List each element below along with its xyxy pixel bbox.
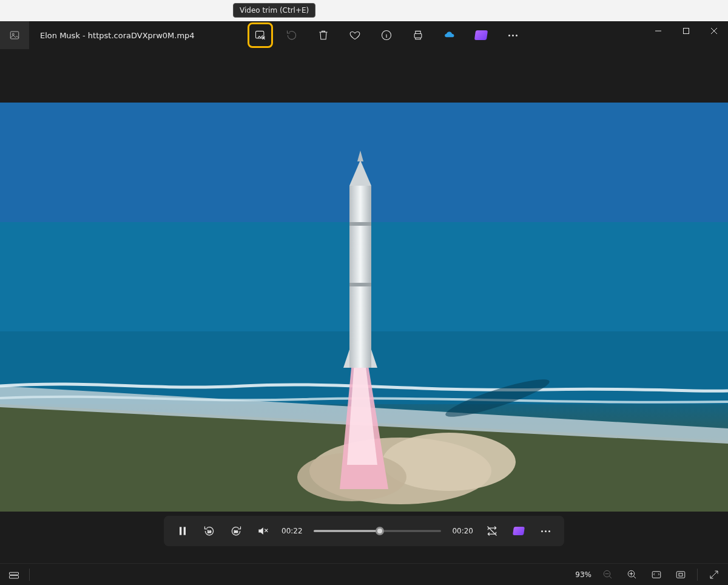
gallery-icon: [9, 30, 20, 41]
svg-rect-26: [184, 527, 186, 535]
onedrive-button[interactable]: [438, 24, 461, 47]
svg-rect-34: [676, 571, 685, 578]
zoom-in-button[interactable]: [624, 567, 640, 583]
media-viewport[interactable]: 10 30 00:22 00:20: [0, 49, 728, 563]
trash-icon: [317, 29, 329, 41]
fit-window-icon: [651, 569, 662, 580]
minimize-icon: [655, 27, 662, 35]
svg-rect-18: [349, 186, 371, 368]
clipchamp-playback-button[interactable]: [511, 523, 527, 539]
play-pause-button[interactable]: [175, 523, 190, 539]
zoom-out-button[interactable]: [600, 567, 616, 583]
fullscreen-icon: [709, 569, 720, 580]
maximize-button[interactable]: [672, 21, 700, 41]
total-time: 00:20: [452, 527, 473, 535]
video-still-svg: [0, 103, 728, 512]
fullscreen-button[interactable]: [706, 567, 722, 583]
actual-size-button[interactable]: [673, 567, 689, 583]
separator: [697, 569, 698, 581]
skip-forward-button[interactable]: 30: [228, 523, 244, 539]
print-button[interactable]: [406, 24, 430, 47]
delete-button[interactable]: [312, 24, 335, 47]
info-icon: [380, 29, 393, 41]
rotate-button[interactable]: [280, 24, 303, 47]
filmstrip-toggle-button[interactable]: [6, 567, 22, 583]
seek-fill: [314, 530, 380, 532]
statusbar: 93%: [0, 563, 728, 585]
playback-bar: 10 30 00:22 00:20: [164, 516, 564, 546]
zoom-in-icon: [627, 569, 638, 580]
clipchamp-icon: [474, 30, 488, 40]
more-button[interactable]: [501, 24, 524, 47]
window-controls: [644, 21, 728, 49]
volume-mute-icon: [257, 525, 269, 537]
maximize-icon: [682, 27, 690, 35]
more-icon: [541, 530, 550, 532]
favorite-button[interactable]: [343, 24, 366, 47]
svg-rect-33: [652, 571, 661, 578]
video-trim-icon: [254, 29, 266, 41]
filmstrip-icon: [8, 569, 19, 580]
gallery-toggle-button[interactable]: [0, 21, 29, 49]
svg-rect-30: [10, 572, 19, 575]
svg-rect-0: [10, 32, 19, 39]
skip-forward-icon: 30: [230, 525, 242, 537]
photos-app-window: Elon Musk - httpst.coraDVXprw0M.mp4: [0, 21, 728, 585]
top-toolbar: [249, 21, 524, 49]
skip-back-button[interactable]: 10: [201, 523, 217, 539]
more-icon: [508, 35, 517, 36]
svg-text:30: 30: [234, 530, 238, 533]
tooltip-video-trim: Video trim (Ctrl+E): [233, 3, 315, 18]
actual-size-icon: [675, 569, 686, 580]
onedrive-icon: [443, 29, 456, 41]
pause-icon: [177, 525, 189, 537]
print-icon: [412, 29, 424, 41]
loop-button[interactable]: [484, 523, 500, 539]
mute-button[interactable]: [255, 523, 271, 539]
svg-rect-5: [684, 29, 689, 34]
playback-more-button[interactable]: [538, 523, 553, 539]
separator: [29, 569, 30, 581]
svg-rect-25: [180, 527, 181, 535]
svg-rect-21: [349, 222, 371, 226]
svg-rect-29: [10, 575, 19, 578]
seek-slider[interactable]: [314, 525, 442, 537]
rotate-icon: [286, 29, 298, 41]
current-time: 00:22: [281, 527, 303, 535]
svg-rect-22: [349, 283, 371, 286]
titlebar: Elon Musk - httpst.coraDVXprw0M.mp4: [0, 21, 728, 49]
svg-text:10: 10: [207, 530, 211, 533]
svg-rect-4: [414, 34, 422, 38]
close-button[interactable]: [700, 21, 728, 41]
loop-off-icon: [486, 525, 498, 537]
heart-icon: [349, 29, 361, 41]
close-icon: [710, 27, 718, 35]
info-button[interactable]: [375, 24, 398, 47]
minimize-button[interactable]: [644, 21, 672, 41]
file-title: Elon Musk - httpst.coraDVXprw0M.mp4: [40, 31, 195, 40]
clipchamp-icon: [513, 527, 525, 535]
video-trim-button[interactable]: [249, 24, 272, 47]
zoom-percent: 93%: [575, 570, 592, 579]
zoom-out-icon: [602, 569, 613, 580]
fit-to-window-button[interactable]: [649, 567, 664, 583]
svg-rect-35: [679, 573, 682, 576]
clipchamp-button[interactable]: [470, 24, 493, 47]
video-frame: [0, 103, 728, 512]
skip-back-icon: 10: [203, 525, 215, 537]
seek-thumb[interactable]: [376, 527, 384, 535]
